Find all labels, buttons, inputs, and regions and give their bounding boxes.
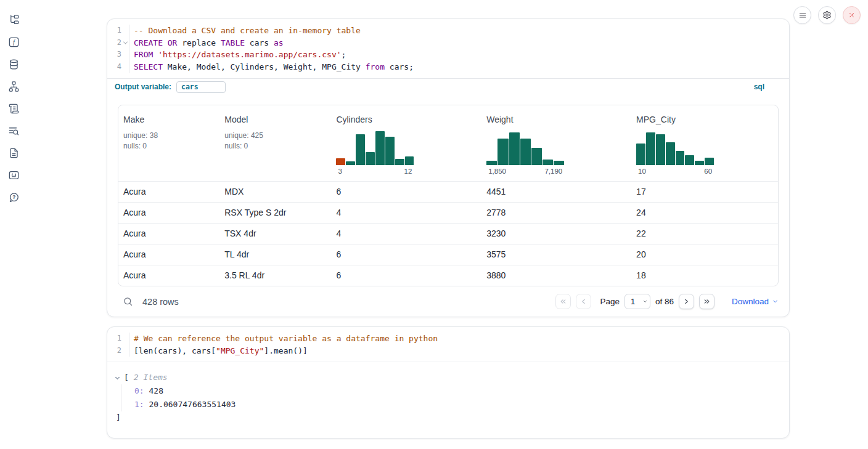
help-icon[interactable]: ? (7, 191, 20, 203)
token-plain (163, 38, 168, 47)
download-label: Download (732, 297, 769, 306)
svg-text:?: ? (12, 194, 15, 200)
code-line: 3FROM 'https://datasets.marimo.app/cars.… (107, 49, 789, 61)
table-cell: 3.5 RL 4dr (219, 270, 331, 280)
last-page-button[interactable] (699, 294, 714, 309)
table-column-header: Cylinders312 (331, 105, 481, 181)
table-cell: 24 (631, 208, 778, 217)
sidebar: f ? (0, 0, 27, 449)
column-label[interactable]: Cylinders (336, 114, 477, 125)
python-code-editor[interactable]: 1# We can reference the output variable … (107, 327, 789, 362)
column-label[interactable]: MPG_City (636, 114, 773, 125)
axis-min-label: 1,850 (488, 168, 506, 177)
axis-min-label: 3 (338, 168, 342, 177)
page-select[interactable]: 1 (624, 294, 650, 309)
output-tree-toggle[interactable]: [ 2 Items (116, 371, 779, 383)
next-page-button[interactable] (679, 294, 694, 309)
histogram-axis: 312 (336, 168, 414, 177)
snippets-icon[interactable] (7, 169, 20, 181)
python-cell: 1# We can reference the output variable … (107, 326, 790, 439)
unique-count: unique: 38 (123, 131, 215, 141)
token-keyword: TABLE (221, 38, 245, 47)
histogram-bar (395, 159, 404, 165)
code-text: [len(cars), cars["MPG_City"].mean()] (129, 345, 308, 357)
token-plain: cars (245, 38, 274, 47)
token-plain (153, 50, 158, 59)
documentation-icon[interactable] (7, 147, 20, 159)
open-bracket: [ (124, 373, 129, 382)
row-count: 428 rows (142, 297, 179, 307)
items-count-label: 2 Items (134, 373, 168, 382)
table-cell: 17 (631, 187, 778, 196)
page-total-label: of 86 (655, 297, 674, 306)
histogram-bar (554, 161, 564, 165)
code-line: 2CREATE OR replace TABLE cars as (107, 37, 789, 49)
table-cell: 3880 (481, 270, 631, 280)
dependency-graph-icon[interactable] (7, 80, 20, 92)
table-row: AcuraMDX6445117 (118, 181, 778, 202)
chevron-left-icon (579, 297, 588, 305)
column-histogram (336, 131, 414, 165)
python-output: [ 2 Items 0: 4281: 20.060747663551403 ] (107, 362, 789, 430)
column-label[interactable]: Weight (486, 114, 626, 125)
token-plain: ; (342, 50, 346, 59)
histogram-bar (336, 158, 345, 165)
histogram-axis: 1060 (636, 168, 714, 177)
table-cell: Acura (118, 249, 219, 259)
token-plain: replace (177, 38, 220, 47)
fold-spacer (121, 63, 129, 71)
menu-icon[interactable] (793, 6, 811, 24)
token-keyword: OR (168, 38, 178, 47)
language-badge: sql (754, 83, 764, 91)
chevron-down-icon (123, 40, 127, 44)
file-tree-icon[interactable] (7, 14, 20, 26)
code-line: 4SELECT Make, Model, Cylinders, Weight, … (107, 61, 789, 73)
download-button[interactable]: Download (732, 297, 779, 306)
line-number: 3 (117, 49, 121, 61)
axis-max-label: 12 (404, 168, 412, 177)
shutdown-icon[interactable] (843, 6, 861, 24)
table-cell: 3575 (481, 249, 631, 259)
sql-code-editor[interactable]: 1-- Download a CSV and create an in-memo… (107, 19, 789, 78)
code-text: CREATE OR replace TABLE cars as (129, 37, 284, 49)
table-column-header: Modelunique: 425nulls: 0 (219, 105, 331, 181)
fold-spacer (121, 335, 129, 342)
chevron-down-icon (772, 298, 779, 305)
table-row: AcuraRSX Type S 2dr4277824 (118, 202, 778, 223)
axis-min-label: 10 (638, 168, 646, 177)
token-keyword: from (366, 62, 385, 71)
axis-max-label: 60 (704, 168, 712, 177)
column-label[interactable]: Model (224, 114, 326, 125)
datasources-icon[interactable] (7, 58, 20, 70)
close-bracket: ] (116, 411, 779, 424)
line-number-gutter: 1 (107, 25, 129, 37)
scratchpad-icon[interactable] (7, 102, 20, 115)
logs-icon[interactable] (7, 124, 20, 137)
search-icon[interactable] (123, 296, 133, 307)
token-keyword: CREATE (134, 38, 163, 47)
column-histogram (486, 131, 564, 165)
entry-key: 0: (134, 386, 144, 395)
settings-icon[interactable] (818, 6, 836, 24)
table-body: AcuraMDX6445117AcuraRSX Type S 2dr427782… (118, 181, 778, 286)
table-row: AcuraTL 4dr6357520 (118, 244, 778, 265)
function-cell-icon[interactable]: f (7, 36, 20, 48)
previous-page-button[interactable] (576, 294, 591, 309)
code-line: 2[len(cars), cars["MPG_City"].mean()] (107, 345, 789, 357)
code-line: 1-- Download a CSV and create an in-memo… (107, 25, 789, 37)
fold-spacer (121, 27, 129, 34)
token-string: 'https://datasets.marimo.app/cars.csv' (158, 50, 341, 59)
output-variable-input[interactable] (176, 81, 226, 93)
table-search[interactable]: 428 rows (123, 296, 179, 307)
output-entry: 1: 20.060747663551403 (134, 398, 779, 411)
token-keyword: FROM (134, 50, 153, 59)
column-label[interactable]: Make (123, 114, 215, 125)
histogram-bar (531, 148, 542, 165)
token-keyword: as (274, 38, 284, 47)
histogram-bar (636, 144, 645, 165)
fold-chevron-icon[interactable] (121, 39, 129, 47)
table-cell: 4 (331, 208, 481, 217)
first-page-button[interactable] (555, 294, 571, 309)
table-cell: 22 (631, 229, 778, 238)
histogram-bar (542, 160, 553, 165)
